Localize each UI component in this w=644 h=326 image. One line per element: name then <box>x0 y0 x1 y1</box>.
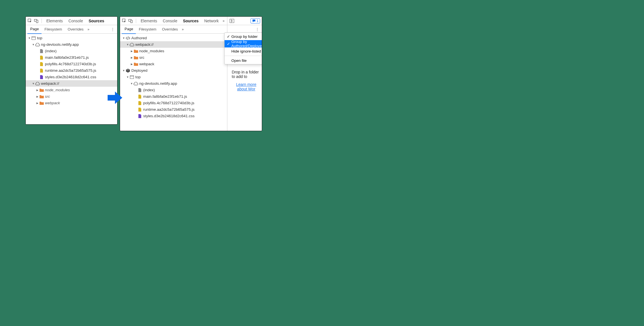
cloud-icon <box>35 81 40 86</box>
drop-hint: Drop in a folder to add to Learn more ab… <box>231 70 262 91</box>
subtab-filesystem[interactable]: Filesystem <box>136 25 159 34</box>
js-icon <box>39 62 44 66</box>
subtab-page[interactable]: Page <box>27 25 42 34</box>
twisty-icon: ▼ <box>32 82 35 85</box>
cloud-icon <box>134 81 138 86</box>
menu-group-folder[interactable]: ✓ Group by folder <box>225 33 262 40</box>
folder-icon <box>134 62 138 66</box>
tree-node[interactable]: (index) <box>120 87 227 93</box>
tree-node[interactable]: main.fa8bfa0e23f1eb71.js <box>120 93 227 100</box>
tree-label: src <box>139 55 144 60</box>
tree-node[interactable]: ▼ng-devtools.netlify.app <box>120 80 227 87</box>
js-icon <box>138 101 142 105</box>
device-icon[interactable] <box>128 18 133 23</box>
tree-label: node_modules <box>45 88 70 92</box>
tab-network[interactable]: Network <box>201 17 221 25</box>
svg-rect-8 <box>130 75 134 79</box>
svg-rect-7 <box>131 20 132 23</box>
tree-node[interactable]: ▼Authored <box>120 35 227 41</box>
more-tabs-icon[interactable]: » <box>86 27 91 31</box>
folder-icon <box>134 55 138 60</box>
twisty-icon: ▼ <box>122 69 125 72</box>
tree-node[interactable]: (index) <box>26 48 117 54</box>
menu-open-file[interactable]: Open file ⌘ P <box>225 57 262 64</box>
file-tree-left: ▼top▼ng-devtools.netlify.app(index)main.… <box>26 34 117 107</box>
tab-console[interactable]: Console <box>66 17 86 25</box>
learn-more-link[interactable]: Learn more about Wor <box>236 82 256 91</box>
tree-label: main.fa8bfa0e23f1eb71.js <box>143 94 187 99</box>
arrow-icon <box>108 90 122 105</box>
tree-label: top <box>37 36 42 40</box>
subtab-filesystem[interactable]: Filesystem <box>42 25 65 34</box>
more-tabs-icon[interactable]: » <box>181 27 185 31</box>
more-tabs-icon[interactable]: » <box>221 19 226 23</box>
tree-node[interactable]: runtime.aa2dc5a72b65a575.js <box>120 106 227 113</box>
js-icon <box>39 55 44 60</box>
twisty-icon: ▼ <box>126 43 129 46</box>
tree-node[interactable]: styles.d3e2b24618d2c641.css <box>120 113 227 119</box>
tab-console[interactable]: Console <box>160 17 180 25</box>
tree-node[interactable]: ▼Deployed <box>120 67 227 74</box>
inspect-icon[interactable] <box>27 18 32 23</box>
folder-icon <box>134 49 138 53</box>
tree-node[interactable]: ▼webpack:// <box>26 80 117 87</box>
svg-rect-10 <box>230 19 234 23</box>
tree-node[interactable]: ▶src <box>26 93 117 100</box>
tree-node[interactable]: ▶webpack <box>26 100 117 106</box>
tree-label: runtime.aa2dc5a72b65a575.js <box>45 68 96 73</box>
twisty-icon: ▶ <box>36 95 39 98</box>
css-icon <box>39 75 44 79</box>
tree-node[interactable]: ▶node_modules <box>26 87 117 93</box>
twisty-icon: ▼ <box>32 43 35 46</box>
twisty-icon: ▼ <box>122 37 125 40</box>
inspect-icon[interactable] <box>122 18 127 23</box>
toggle-panel-icon[interactable] <box>230 19 234 23</box>
kebab-menu-icon[interactable]: ⋮ <box>110 27 116 32</box>
tab-sources[interactable]: Sources <box>86 17 107 25</box>
topbar: Elements Console Sources <box>26 17 117 25</box>
check-icon: ✓ <box>226 34 231 39</box>
tree-label: polyfills.4c768d7122740d3b.js <box>45 62 96 66</box>
tree-node[interactable]: main.fa8bfa0e23f1eb71.js <box>26 54 117 61</box>
menu-group-authored[interactable]: ✓ Group by Authored/Deployed <box>225 40 262 47</box>
tab-sources[interactable]: Sources <box>180 17 201 25</box>
css-icon <box>138 114 142 118</box>
twisty-icon: ▶ <box>130 56 133 59</box>
tree-node[interactable]: ▼top <box>120 74 227 80</box>
tree-node[interactable]: ▶webpack <box>120 61 227 67</box>
tree-node[interactable]: polyfills.4c768d7122740d3b.js <box>120 100 227 106</box>
subtab-overrides[interactable]: Overrides <box>65 25 86 34</box>
device-icon[interactable] <box>34 18 39 23</box>
tree-label: (index) <box>143 88 155 92</box>
menu-separator <box>225 56 262 56</box>
tree-node[interactable]: ▶src <box>120 54 227 61</box>
tree-label: Authored <box>131 36 147 40</box>
tree-node[interactable]: polyfills.4c768d7122740d3b.js <box>26 61 117 67</box>
folder-icon <box>39 94 44 99</box>
menu-hide-ignore[interactable]: Hide ignore-listed sources <box>225 47 262 55</box>
twisty-icon: ▼ <box>126 76 129 79</box>
tree-node[interactable]: styles.d3e2b24618d2c641.css <box>26 74 117 80</box>
file-tree-right: ▼Authored▼webpack://▶node_modules▶src▶we… <box>120 34 227 120</box>
tab-elements[interactable]: Elements <box>138 17 160 25</box>
subtab-overrides[interactable]: Overrides <box>159 25 181 34</box>
tree-node[interactable]: ▶node_modules <box>120 48 227 54</box>
js-icon <box>138 107 142 112</box>
tree-node[interactable]: ▼webpack:// <box>120 41 227 48</box>
tree-label: polyfills.4c768d7122740d3b.js <box>143 101 194 105</box>
divider <box>136 19 136 23</box>
tree-node[interactable]: ▼top <box>26 35 117 41</box>
check-icon: ✓ <box>226 42 231 46</box>
cloud-icon <box>35 42 40 47</box>
code-icon <box>126 36 130 40</box>
subtab-page[interactable]: Page <box>122 25 136 34</box>
tree-node[interactable]: runtime.aa2dc5a72b65a575.js <box>26 67 117 74</box>
folder-icon <box>39 101 44 105</box>
frame-icon <box>31 36 36 40</box>
svg-rect-2 <box>36 20 38 23</box>
tree-label: styles.d3e2b24618d2c641.css <box>45 75 96 79</box>
tab-elements[interactable]: Elements <box>43 17 66 25</box>
cloud-icon <box>130 42 134 47</box>
tree-node[interactable]: ▼ng-devtools.netlify.app <box>26 41 117 48</box>
twisty-icon: ▼ <box>130 82 133 85</box>
